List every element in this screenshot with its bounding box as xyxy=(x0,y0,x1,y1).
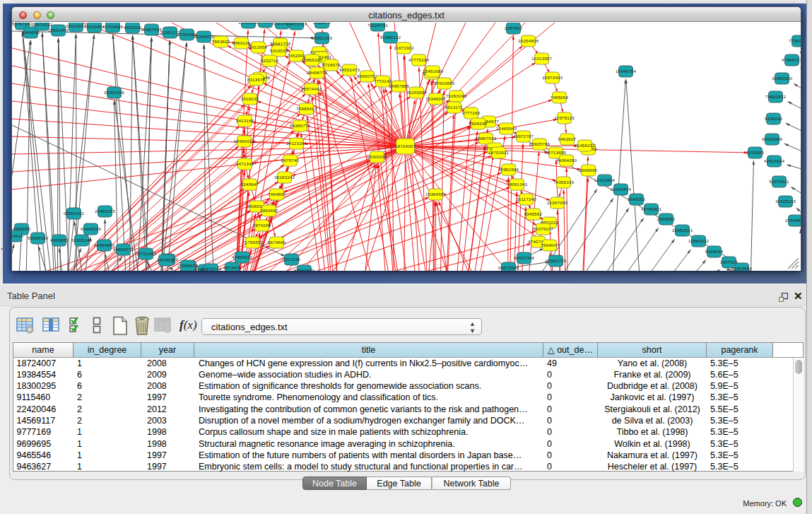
svg-text:4893252: 4893252 xyxy=(124,25,142,30)
svg-text:28498776: 28498776 xyxy=(307,70,327,75)
svg-text:4294019: 4294019 xyxy=(12,233,24,238)
svg-text:9699695: 9699695 xyxy=(579,168,598,173)
svg-text:9136193: 9136193 xyxy=(765,116,783,121)
svg-text:43534624: 43534624 xyxy=(764,158,784,163)
svg-text:20053346: 20053346 xyxy=(104,90,124,95)
svg-text:77360260: 77360260 xyxy=(789,38,801,43)
svg-text:35240824: 35240824 xyxy=(406,90,427,95)
svg-text:69379237: 69379237 xyxy=(533,226,553,231)
svg-text:18300295: 18300295 xyxy=(367,154,387,159)
svg-text:51079911: 51079911 xyxy=(769,179,789,184)
svg-text:99650752: 99650752 xyxy=(357,74,377,78)
svg-text:85574443: 85574443 xyxy=(301,86,322,91)
svg-text:64641708: 64641708 xyxy=(270,41,290,46)
svg-text:18702621: 18702621 xyxy=(488,150,509,155)
svg-text:18724007: 18724007 xyxy=(395,144,416,148)
svg-text:55698169: 55698169 xyxy=(28,235,48,240)
svg-text:0679740: 0679740 xyxy=(281,158,300,163)
svg-text:71093248: 71093248 xyxy=(446,93,466,98)
svg-text:8313678: 8313678 xyxy=(247,77,266,82)
svg-text:3990490: 3990490 xyxy=(260,208,278,213)
svg-text:19384554: 19384554 xyxy=(425,192,446,197)
svg-text:44064090: 44064090 xyxy=(556,158,577,163)
svg-text:9777169: 9777169 xyxy=(462,110,481,115)
svg-text:36713695: 36713695 xyxy=(546,150,566,155)
svg-text:2805982: 2805982 xyxy=(657,216,676,221)
svg-text:6025634: 6025634 xyxy=(705,249,724,254)
svg-text:9463627: 9463627 xyxy=(558,136,577,141)
svg-text:12975115: 12975115 xyxy=(554,115,575,120)
svg-text:15869232: 15869232 xyxy=(688,238,709,243)
svg-text:27849808: 27849808 xyxy=(785,218,801,223)
svg-text:1640052: 1640052 xyxy=(628,197,646,201)
svg-text:3518233: 3518233 xyxy=(241,96,259,101)
svg-text:87603859: 87603859 xyxy=(434,81,454,86)
svg-text:06990162: 06990162 xyxy=(64,211,84,216)
svg-text:65648236: 65648236 xyxy=(81,226,101,231)
svg-text:10973493: 10973493 xyxy=(542,75,563,80)
svg-text:15451680: 15451680 xyxy=(423,69,443,74)
svg-text:2087652: 2087652 xyxy=(505,25,523,30)
svg-text:11671902: 11671902 xyxy=(394,45,414,50)
svg-text:78820812: 78820812 xyxy=(765,94,786,99)
svg-text:42786801: 42786801 xyxy=(641,206,661,211)
svg-text:9860124: 9860124 xyxy=(233,40,251,45)
svg-text:06562729: 06562729 xyxy=(546,258,566,263)
svg-text:7770143: 7770143 xyxy=(374,78,392,83)
svg-text:20691406: 20691406 xyxy=(48,28,69,33)
svg-text:43455812: 43455812 xyxy=(232,255,252,259)
svg-text:86872774: 86872774 xyxy=(201,267,221,271)
svg-text:7594647: 7594647 xyxy=(541,243,559,247)
svg-text:20465375: 20465375 xyxy=(95,209,115,214)
svg-text:10651333: 10651333 xyxy=(312,35,332,40)
svg-text:43303654: 43303654 xyxy=(731,266,752,271)
svg-text:63605766: 63605766 xyxy=(529,141,550,146)
svg-text:20450533: 20450533 xyxy=(672,228,693,233)
svg-text:16117240: 16117240 xyxy=(516,197,536,201)
svg-text:21047095: 21047095 xyxy=(547,200,567,205)
svg-text:49972787: 49972787 xyxy=(513,134,534,139)
svg-text:90916998: 90916998 xyxy=(762,136,782,141)
svg-text:7874296: 7874296 xyxy=(253,223,271,228)
svg-text:2870831: 2870831 xyxy=(157,257,175,262)
svg-text:4471349: 4471349 xyxy=(236,161,254,166)
svg-text:38346578: 38346578 xyxy=(194,34,214,39)
svg-text:29973763: 29973763 xyxy=(286,23,307,26)
svg-text:16154808: 16154808 xyxy=(518,38,539,43)
svg-text:8613171: 8613171 xyxy=(445,105,464,110)
svg-text:99386774: 99386774 xyxy=(290,123,310,128)
svg-text:64990913: 64990913 xyxy=(234,139,254,144)
svg-text:45961586: 45961586 xyxy=(498,167,519,172)
svg-text:53767242: 53767242 xyxy=(12,23,33,26)
svg-text:30980500: 30980500 xyxy=(772,76,792,81)
svg-text:7464887: 7464887 xyxy=(268,192,286,197)
svg-text:62994680: 62994680 xyxy=(94,243,114,247)
svg-text:71756551: 71756551 xyxy=(242,240,263,245)
svg-text:62704828: 62704828 xyxy=(102,24,123,29)
svg-text:4586850: 4586850 xyxy=(13,226,31,231)
svg-text:38721489: 38721489 xyxy=(136,251,156,256)
svg-text:58867533: 58867533 xyxy=(476,136,496,141)
svg-text:38425135: 38425135 xyxy=(775,199,796,204)
svg-text:16648784: 16648784 xyxy=(616,69,636,74)
svg-text:61595148: 61595148 xyxy=(71,238,92,243)
svg-text:47468723: 47468723 xyxy=(782,57,801,62)
svg-text:7826398: 7826398 xyxy=(469,121,488,126)
svg-text:12411824: 12411824 xyxy=(594,177,615,182)
svg-text:78091343: 78091343 xyxy=(507,182,527,187)
svg-text:3623166: 3623166 xyxy=(283,257,301,262)
svg-text:34123281: 34123281 xyxy=(286,141,307,146)
svg-text:12213967: 12213967 xyxy=(531,56,552,61)
svg-text:72624731: 72624731 xyxy=(367,23,388,28)
svg-text:4060883: 4060883 xyxy=(50,238,69,243)
svg-text:94531473: 94531473 xyxy=(339,67,360,72)
svg-text:88937346: 88937346 xyxy=(514,255,534,260)
svg-text:27889579: 27889579 xyxy=(177,263,198,268)
svg-text:36183242: 36183242 xyxy=(274,175,295,180)
svg-text:5310033: 5310033 xyxy=(270,48,288,53)
svg-text:80957015: 80957015 xyxy=(141,27,162,32)
svg-text:05865185: 05865185 xyxy=(302,57,322,62)
svg-text:21465840: 21465840 xyxy=(496,126,517,131)
svg-text:7485063: 7485063 xyxy=(551,95,569,100)
svg-text:6716572: 6716572 xyxy=(322,62,341,67)
